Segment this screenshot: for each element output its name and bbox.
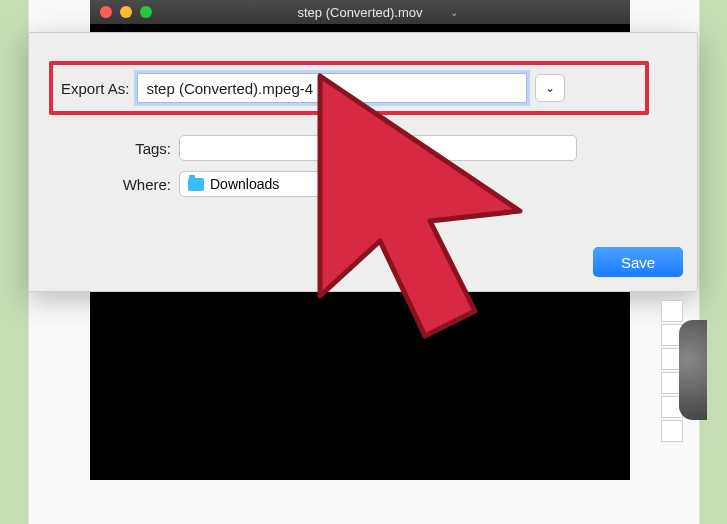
tags-row: Tags: [87,135,577,161]
fullscreen-window-button[interactable] [140,6,152,18]
export-filename-input[interactable] [137,73,527,103]
where-label: Where: [77,176,179,193]
thumbnail-item[interactable] [661,420,683,442]
window-title: step (Converted).mov [90,5,630,20]
window-controls [90,6,152,18]
expand-dialog-button[interactable]: ⌄ [535,74,565,102]
folder-icon [188,178,204,191]
window-titlebar: step (Converted).mov ⌄ [90,0,630,24]
where-row: Where: Downloads [77,171,409,197]
export-dialog: Export As: ⌄ Tags: Where: Downloads Save [28,32,698,292]
chevron-down-icon: ⌄ [545,81,555,95]
save-button[interactable]: Save [593,247,683,277]
minimize-window-button[interactable] [120,6,132,18]
close-window-button[interactable] [100,6,112,18]
thumbnail-item[interactable] [661,300,683,322]
side-control-knob [679,320,707,420]
where-location-value: Downloads [210,176,279,192]
where-location-select[interactable]: Downloads [179,171,409,197]
export-as-label: Export As: [61,80,137,97]
tags-label: Tags: [87,140,179,157]
chevron-down-icon[interactable]: ⌄ [450,7,458,18]
tags-input[interactable] [179,135,577,161]
export-row-highlight: Export As: ⌄ [49,61,649,115]
